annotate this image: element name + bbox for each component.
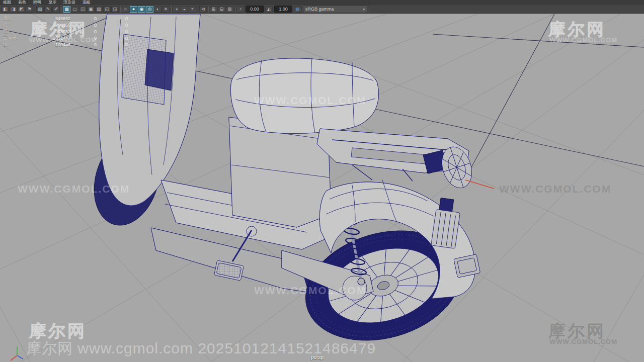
hud-row: 面: 908652 0 0 bbox=[3, 28, 128, 35]
toolbar-separator bbox=[197, 6, 199, 13]
view-transform-value: sRGB gamma bbox=[305, 6, 334, 13]
gamma-icon[interactable]: ◭ bbox=[265, 6, 273, 13]
toolbar-separator bbox=[234, 6, 236, 13]
scene-canvas[interactable] bbox=[0, 14, 644, 362]
shaded-icon[interactable]: ● bbox=[130, 6, 137, 13]
hud-row: 三角形: 1331447 0 0 bbox=[3, 35, 128, 41]
grid-icon[interactable]: ▦ bbox=[63, 6, 70, 13]
film-gate-icon[interactable]: ▭ bbox=[71, 6, 78, 13]
hud-total-value: 109446 bbox=[29, 42, 70, 47]
toolbar-separator bbox=[119, 6, 121, 13]
exposure-icon[interactable]: ◔ bbox=[236, 6, 244, 13]
toolbar-separator bbox=[60, 6, 62, 13]
gate-mask-icon[interactable]: ▣ bbox=[87, 6, 95, 13]
hud-component-value: 0 bbox=[97, 42, 128, 47]
exposure-field[interactable]: 0.00 bbox=[246, 6, 264, 13]
hud-selected-value: 0 bbox=[70, 36, 97, 41]
hud-selected-value: 0 bbox=[70, 23, 97, 28]
hud-component-value: 0 bbox=[97, 16, 128, 21]
toolbar-separator bbox=[34, 6, 36, 13]
hud-component-value: 0 bbox=[97, 23, 128, 28]
bookmark-icon[interactable]: ⚑ bbox=[26, 6, 33, 13]
hud-row-label: 顶点: bbox=[3, 15, 29, 22]
resolution-gate-icon[interactable]: ◫ bbox=[79, 6, 87, 13]
safe-title-icon[interactable]: ◳ bbox=[111, 6, 119, 13]
hud-total-value: 1331447 bbox=[29, 36, 70, 41]
hud-row-label: 三角形: bbox=[3, 35, 29, 41]
selected-edge[interactable] bbox=[465, 180, 494, 189]
safe-action-icon[interactable]: ◰ bbox=[103, 6, 111, 13]
grease-pencil-icon[interactable]: ✎ bbox=[44, 6, 52, 13]
view-transform-dropdown[interactable]: sRGB gamma ▾ bbox=[303, 6, 367, 13]
viewport-toolbar: ◧ ◨ ◩ ⚑ ▨ ✎ ✐ ▦ ▭ ◫ ▣ ▤ ◰ ◳ ○ ● bbox=[0, 5, 644, 14]
lighting-icon[interactable]: ✶ bbox=[162, 6, 170, 13]
field-chart-icon[interactable]: ▤ bbox=[95, 6, 103, 13]
menu-view[interactable]: 视图 bbox=[3, 0, 11, 5]
color-managed-icon[interactable]: ◍ bbox=[294, 6, 301, 13]
menu-show[interactable]: 显示 bbox=[48, 0, 56, 5]
view-axis-gizmo bbox=[7, 343, 27, 362]
toolbar-separator bbox=[207, 6, 209, 13]
wireframe-icon[interactable]: ○ bbox=[122, 6, 129, 13]
camera-name-label: persp bbox=[311, 354, 324, 360]
hud-row: UV: 109446 0 0 bbox=[3, 41, 128, 48]
menu-panels[interactable]: 面板 bbox=[83, 0, 91, 5]
toolbar-separator bbox=[170, 6, 172, 13]
pop-out-panel-icon[interactable]: ⊞ bbox=[210, 6, 217, 13]
pane-layout-icon[interactable]: ⊠ bbox=[226, 6, 233, 13]
menu-lighting[interactable]: 照明 bbox=[33, 0, 41, 5]
hud-selected-value: 0 bbox=[70, 42, 97, 47]
ambient-occlusion-icon[interactable]: ◒ bbox=[181, 6, 188, 13]
gamma-field[interactable]: 1.00 bbox=[274, 6, 292, 13]
xray-icon[interactable]: ◐ bbox=[154, 6, 162, 13]
isolate-select-icon[interactable]: ⊲ bbox=[199, 6, 207, 13]
camera-bookmark-icon[interactable]: ◩ bbox=[18, 6, 25, 13]
viewport-menu-bar: 视图 着色 照明 显示 渲染器 面板 bbox=[0, 0, 644, 5]
hud-total-value: 908652 bbox=[29, 29, 70, 34]
hud-selected-value: 0 bbox=[70, 29, 97, 34]
hud-row: 顶点: 848692 0 0 bbox=[3, 15, 128, 22]
motion-blur-icon[interactable]: ◓ bbox=[189, 6, 196, 13]
chevron-down-icon: ▾ bbox=[363, 6, 365, 13]
scooter-model[interactable] bbox=[84, 14, 494, 358]
hud-row-label: UV: bbox=[3, 42, 29, 47]
menu-renderer[interactable]: 渲染器 bbox=[63, 0, 75, 5]
hud-total-value: 848692 bbox=[29, 16, 70, 21]
pan-zoom-icon[interactable]: ✐ bbox=[52, 6, 60, 13]
hud-total-value: 1791156 bbox=[29, 23, 70, 28]
hud-component-value: 0 bbox=[97, 36, 128, 41]
tear-off-copy-icon[interactable]: ⊟ bbox=[218, 6, 225, 13]
hud-row-label: 边: bbox=[3, 22, 29, 28]
perspective-viewport[interactable]: 顶点: 848692 0 0 边: 1791156 0 0 面: 908652 … bbox=[0, 14, 644, 362]
shadows-icon[interactable]: ◑ bbox=[173, 6, 180, 13]
wireframe-on-shaded-icon[interactable]: ◎ bbox=[146, 6, 153, 13]
camera-icon[interactable]: ◧ bbox=[2, 6, 9, 13]
hud-row-label: 面: bbox=[3, 28, 29, 35]
polycount-hud: 顶点: 848692 0 0 边: 1791156 0 0 面: 908652 … bbox=[3, 15, 128, 48]
image-plane-icon[interactable]: ▨ bbox=[36, 6, 44, 13]
hud-selected-value: 0 bbox=[70, 16, 97, 21]
hud-row: 边: 1791156 0 0 bbox=[3, 22, 128, 28]
hud-component-value: 0 bbox=[97, 29, 128, 34]
textured-icon[interactable]: ◉ bbox=[138, 6, 145, 13]
toolbar-icon-strip: ◧ ◨ ◩ ⚑ ▨ ✎ ✐ ▦ ▭ ◫ ▣ ▤ ◰ ◳ ○ ● bbox=[2, 6, 244, 13]
camera-keyframe-icon[interactable]: ◨ bbox=[10, 6, 17, 13]
menu-shading[interactable]: 着色 bbox=[18, 0, 26, 5]
